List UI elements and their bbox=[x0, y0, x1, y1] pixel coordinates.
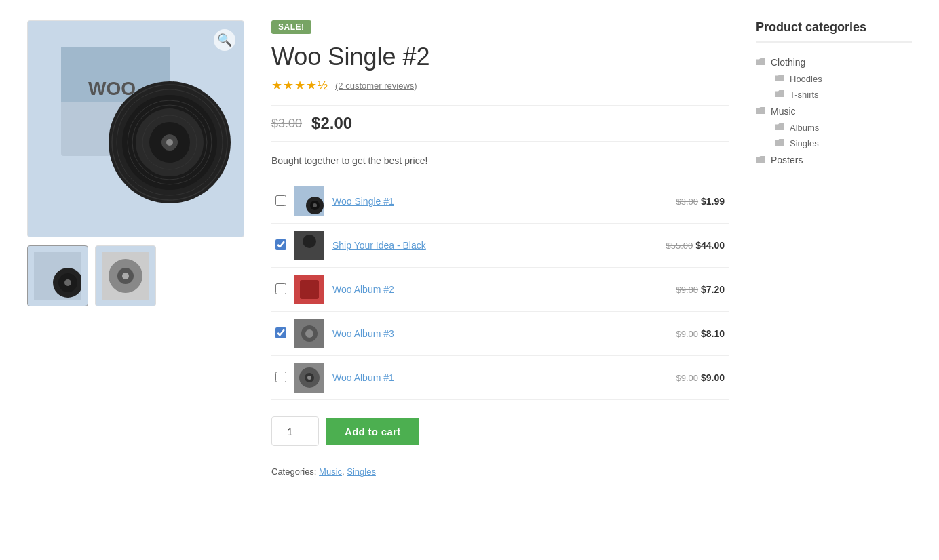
bundle-sale-price-woo-album-2: $7.20 bbox=[701, 284, 725, 295]
sale-price: $2.00 bbox=[311, 114, 352, 133]
bundle-sale-price-woo-single-1: $1.99 bbox=[701, 196, 725, 207]
categories-label: Categories: bbox=[271, 466, 316, 477]
product-tagline: Bought together to get the best price! bbox=[271, 155, 729, 166]
sub-category-label: Singles bbox=[790, 138, 819, 148]
quantity-input[interactable] bbox=[271, 416, 319, 446]
bundle-thumb-woo-single-1 bbox=[294, 186, 324, 216]
sub-category-label: Albums bbox=[790, 123, 819, 133]
bundle-name-woo-album-2[interactable]: Woo Album #2 bbox=[332, 284, 394, 295]
category-link-singles[interactable]: Singles bbox=[347, 466, 376, 477]
product-thumbnails bbox=[27, 245, 244, 306]
main-content: 🔍 WOO bbox=[27, 20, 729, 477]
bundle-row: Ship Your Idea - Black $55.00 $44.00 bbox=[271, 224, 729, 268]
bundle-sale-price-ship-your-idea: $44.00 bbox=[695, 240, 725, 251]
bundle-checkbox-woo-single-1[interactable] bbox=[275, 195, 286, 206]
product-detail: SALE! Woo Single #2 ★★★★½ (2 customer re… bbox=[271, 20, 729, 477]
sidebar: Product categories Clothing Hoodies T-sh… bbox=[756, 20, 912, 477]
thumbnail-1[interactable] bbox=[27, 245, 88, 306]
bundle-row: Woo Album #3 $9.00 $8.10 bbox=[271, 312, 729, 356]
sidebar-subcategory-singles[interactable]: Singles bbox=[775, 136, 912, 151]
bundle-thumb-woo-album-2 bbox=[294, 275, 324, 304]
bundle-table: Woo Single #1 $3.00 $1.99 Ship Your Idea… bbox=[271, 180, 729, 400]
folder-icon bbox=[756, 155, 765, 165]
bundle-thumb-woo-album-3 bbox=[294, 319, 324, 348]
svg-point-32 bbox=[305, 329, 313, 338]
bundle-checkbox-woo-album-2[interactable] bbox=[275, 283, 286, 294]
sub-category-label: Hoodies bbox=[790, 74, 822, 84]
sidebar-subcategory-t-shirts[interactable]: T-shirts bbox=[775, 87, 912, 102]
svg-point-25 bbox=[313, 203, 317, 207]
bundle-name-ship-your-idea[interactable]: Ship Your Idea - Black bbox=[332, 240, 426, 251]
add-to-cart-button[interactable]: Add to cart bbox=[326, 418, 419, 445]
sidebar-category-posters[interactable]: Posters bbox=[756, 151, 912, 169]
bundle-name-woo-single-1[interactable]: Woo Single #1 bbox=[332, 196, 394, 207]
folder-icon bbox=[756, 106, 765, 117]
main-product-image: 🔍 WOO bbox=[27, 20, 244, 237]
sub-category-label: T-shirts bbox=[790, 89, 819, 100]
bundle-checkbox-woo-album-3[interactable] bbox=[275, 327, 286, 338]
categories-row: Categories: Music, Singles bbox=[271, 466, 729, 477]
bundle-checkbox-woo-album-1[interactable] bbox=[275, 372, 286, 382]
star-rating: ★★★★½ bbox=[271, 78, 328, 93]
bundle-checkbox-ship-your-idea[interactable] bbox=[275, 239, 286, 250]
svg-text:WOO: WOO bbox=[88, 78, 136, 99]
svg-point-21 bbox=[122, 273, 129, 279]
sidebar-category-clothing[interactable]: Clothing bbox=[756, 54, 912, 71]
bundle-orig-price-woo-single-1: $3.00 bbox=[676, 197, 699, 207]
bundle-row: Woo Album #1 $9.00 $9.00 bbox=[271, 356, 729, 400]
bundle-name-woo-album-1[interactable]: Woo Album #1 bbox=[332, 372, 394, 383]
sidebar-subcategory-albums[interactable]: Albums bbox=[775, 120, 912, 136]
sub-folder-icon bbox=[775, 89, 784, 100]
bundle-name-woo-album-3[interactable]: Woo Album #3 bbox=[332, 328, 394, 339]
bundle-row: Woo Single #1 $3.00 $1.99 bbox=[271, 180, 729, 224]
bundle-row: Woo Album #2 $9.00 $7.20 bbox=[271, 268, 729, 312]
bundle-sale-price-woo-album-3: $8.10 bbox=[701, 328, 725, 339]
svg-point-8 bbox=[166, 139, 173, 146]
rating-row: ★★★★½ (2 customer reviews) bbox=[271, 78, 729, 93]
zoom-icon[interactable]: 🔍 bbox=[214, 29, 235, 51]
bundle-thumb-ship-your-idea bbox=[294, 231, 324, 260]
category-label: Posters bbox=[771, 155, 803, 165]
sale-badge: SALE! bbox=[271, 20, 311, 34]
sub-folder-icon bbox=[775, 138, 784, 148]
svg-rect-29 bbox=[300, 280, 319, 299]
category-link-music[interactable]: Music bbox=[319, 466, 342, 477]
category-label: Clothing bbox=[771, 57, 805, 68]
bundle-thumb-woo-album-1 bbox=[294, 363, 324, 393]
sub-folder-icon bbox=[775, 74, 784, 84]
bundle-orig-price-woo-album-3: $9.00 bbox=[676, 329, 699, 339]
sidebar-category-music[interactable]: Music bbox=[756, 102, 912, 120]
bundle-sale-price-woo-album-1: $9.00 bbox=[701, 372, 725, 383]
sidebar-subcategory-hoodies[interactable]: Hoodies bbox=[775, 71, 912, 87]
bundle-orig-price-woo-album-2: $9.00 bbox=[676, 285, 699, 295]
sidebar-categories: Clothing Hoodies T-shirts Music Albums S… bbox=[756, 54, 912, 169]
price-row: $3.00 $2.00 bbox=[271, 105, 729, 142]
bundle-orig-price-ship-your-idea: $55.00 bbox=[666, 241, 693, 251]
product-image-svg: WOO bbox=[41, 34, 231, 224]
product-images: 🔍 WOO bbox=[27, 20, 244, 477]
review-link[interactable]: (2 customer reviews) bbox=[335, 81, 417, 91]
svg-point-36 bbox=[307, 376, 311, 380]
svg-point-27 bbox=[303, 235, 316, 248]
original-price: $3.00 bbox=[271, 117, 302, 131]
bundle-orig-price-woo-album-1: $9.00 bbox=[676, 373, 699, 383]
page-wrapper: 🔍 WOO bbox=[0, 0, 939, 497]
thumbnail-2[interactable] bbox=[95, 245, 156, 306]
svg-point-17 bbox=[64, 279, 71, 286]
sidebar-title: Product categories bbox=[756, 20, 912, 43]
folder-icon bbox=[756, 58, 765, 68]
cart-row: Add to cart bbox=[271, 416, 729, 446]
product-title: Woo Single #2 bbox=[271, 42, 729, 71]
category-label: Music bbox=[771, 106, 796, 117]
sub-folder-icon bbox=[775, 123, 784, 133]
